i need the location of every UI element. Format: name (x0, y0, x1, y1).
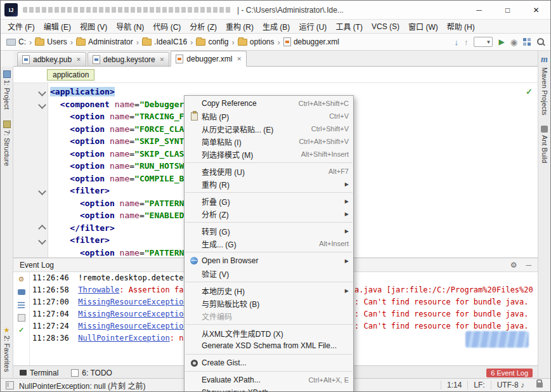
vcs-update-icon[interactable]: ↓ (454, 38, 458, 46)
search-icon[interactable] (536, 37, 545, 46)
context-menu-item[interactable]: 简单粘贴 (I)Ctrl+Alt+Shift+V (185, 135, 353, 148)
fold-marker-icon[interactable] (38, 237, 46, 245)
menubar-item[interactable]: VCS (S) (367, 22, 404, 31)
terminal-toolwindow-button[interactable]: Terminal (20, 369, 58, 377)
exception-link[interactable]: Throwable (78, 285, 119, 294)
fold-marker-icon[interactable] (38, 101, 46, 109)
exception-link[interactable]: MissingResourceException (78, 322, 188, 330)
context-menu-item[interactable]: 折叠 (G)▶ (185, 195, 353, 207)
fold-marker-icon[interactable] (38, 187, 46, 195)
balloon-icon[interactable] (17, 288, 25, 296)
vcs-commit-icon[interactable]: ↑ (464, 38, 469, 46)
todo-toolwindow-button[interactable]: 6: TODO (71, 369, 112, 377)
toolwindow-button-project[interactable]: 1: Project (3, 70, 11, 109)
xml-breadcrumb-chip[interactable]: application (47, 69, 94, 81)
hide-panel-icon[interactable]: ─ (526, 261, 531, 270)
context-menu-item[interactable]: 从XML文件生成DTD (X) (185, 327, 353, 339)
context-menu-item[interactable]: 生成... (G)Alt+Insert (185, 237, 353, 250)
tab-close-icon[interactable]: ✕ (160, 56, 165, 63)
breadcrumb-separator-icon: › (278, 37, 280, 47)
menu-item-label: 分析 (Z) (202, 209, 229, 219)
editor-tab[interactable]: debug.keystore✕ (88, 52, 170, 67)
line-ending-indicator[interactable]: LF: (467, 381, 490, 389)
menu-item-label: 从历史记录粘贴... (E) (202, 124, 273, 134)
toolwindow-button-favorites[interactable]: ★2: Favorites (3, 326, 11, 372)
menu-item-shortcut: Ctrl+V (329, 112, 349, 120)
context-menu-item[interactable]: 从历史记录粘贴... (E)Ctrl+Shift+V (185, 122, 353, 135)
code-text: <filter> (50, 186, 110, 195)
soft-wrap-icon[interactable] (17, 301, 25, 309)
minimize-button[interactable]: ─ (465, 1, 493, 19)
menubar-item[interactable]: 帮助 (H) (443, 21, 479, 32)
menubar-item[interactable]: 窗口 (W) (404, 21, 443, 32)
breadcrumb-item[interactable]: Users (34, 37, 67, 46)
project-structure-icon[interactable] (523, 38, 531, 46)
attach-debugger-icon[interactable]: ◉ (510, 38, 517, 46)
encoding-indicator[interactable]: UTF-8 ♪ (491, 381, 530, 389)
toolwindow-button-ant-build[interactable]: Ant Build (541, 135, 548, 163)
exception-link[interactable]: MissingResourceException (78, 310, 188, 318)
context-menu-item[interactable]: 重构 (R)▶ (185, 178, 353, 190)
tab-close-icon[interactable]: ✕ (237, 56, 242, 62)
toolwindow-button-maven-projects[interactable]: Maven Projects (541, 67, 548, 115)
caret-position[interactable]: 1:14 (441, 381, 467, 389)
settings-gear-icon[interactable]: ⚙ (510, 261, 517, 270)
exception-link[interactable]: MissingResourceException (78, 297, 188, 306)
menubar-item[interactable]: 导航 (N) (112, 21, 148, 32)
clear-log-icon[interactable] (17, 313, 25, 322)
editor-tab[interactable]: adbkey.pub✕ (17, 52, 86, 67)
event-log-badge[interactable]: 6 Event Log (486, 369, 533, 377)
context-menu-item[interactable]: Evaluate XPath...Ctrl+Alt+X, E (185, 374, 353, 386)
context-menu-item[interactable]: Show unique XPath (185, 386, 353, 392)
maximize-button[interactable]: □ (493, 1, 522, 19)
breadcrumb-item[interactable]: Administrator (75, 37, 134, 46)
menu-separator (185, 192, 353, 193)
left-tool-stripe: 1: Project7: Structure ★2: Favorites (1, 67, 13, 378)
breadcrumb-label: Administrator (88, 37, 133, 46)
menubar-item[interactable]: 视图 (V) (75, 21, 112, 32)
tab-close-icon[interactable]: ✕ (76, 56, 81, 63)
context-menu-item[interactable]: 本地历史 (H)▶ (185, 284, 353, 297)
fold-marker-icon[interactable] (38, 225, 46, 233)
menubar-item[interactable]: 重构 (R) (221, 21, 258, 32)
toolwindow-button-structure[interactable]: 7: Structure (3, 121, 11, 166)
breadcrumb-item[interactable]: options (237, 37, 275, 46)
breadcrumb-item[interactable]: .IdeaIC16 (141, 37, 188, 46)
maven-icon: m (541, 55, 548, 65)
context-menu-item[interactable]: Create Gist... (185, 356, 353, 369)
context-menu-item[interactable]: 列选择模式 (M)Alt+Shift+Insert (185, 148, 353, 160)
menubar-item[interactable]: 分析 (Z) (185, 21, 221, 32)
log-settings-icon[interactable]: ⚙ (17, 275, 25, 284)
context-menu-item[interactable]: Copy ReferenceCtrl+Alt+Shift+C (185, 97, 353, 110)
context-menu-item[interactable]: 转到 (G)▶ (185, 225, 353, 237)
context-menu-item[interactable]: 验证 (V) (185, 267, 353, 280)
editor-tab[interactable]: debugger.xml✕ (171, 51, 247, 67)
menubar-item[interactable]: 编辑 (E) (39, 21, 75, 32)
close-button[interactable]: ✕ (522, 1, 550, 19)
breadcrumb-item[interactable]: C: (6, 37, 27, 46)
context-menu-item[interactable]: 查找使用 (U)Alt+F7 (185, 165, 353, 178)
status-message[interactable]: NullPointerException: null (片刻 之前) (19, 380, 145, 391)
context-menu-item[interactable]: 分析 (Z)▶ (185, 207, 353, 220)
mark-read-icon[interactable]: ✓ (17, 326, 25, 334)
menubar-item[interactable]: 生成 (B) (258, 21, 294, 32)
menubar-item[interactable]: 代码 (C) (148, 21, 185, 32)
toolwindow-switcher-icon[interactable] (6, 381, 14, 389)
menubar-item[interactable]: 工具 (T) (331, 21, 367, 32)
run-icon[interactable]: ▶ (498, 37, 504, 46)
submenu-arrow-icon: ▶ (345, 288, 349, 294)
breadcrumb-item[interactable]: debugger.xml (283, 37, 340, 46)
context-menu-item[interactable]: Generate XSD Schema from XML File... (185, 339, 353, 352)
run-configuration-combo[interactable]: ▼ (474, 37, 493, 47)
exception-link[interactable]: NullPointerException (78, 334, 170, 343)
breadcrumb-separator-icon: › (29, 37, 32, 47)
fold-marker-icon[interactable] (38, 88, 46, 96)
context-menu-item[interactable]: Open in Browser▶ (185, 254, 353, 267)
context-menu-item[interactable]: 与剪贴板比较 (B) (185, 297, 353, 310)
menubar-item[interactable]: 运行 (U) (294, 21, 331, 32)
menubar-item[interactable]: 文件 (F) (3, 21, 39, 32)
breadcrumb: C:›Users›Administrator›.IdeaIC16›config›… (6, 37, 340, 47)
menu-item-label: Copy Reference (202, 99, 257, 108)
context-menu-item[interactable]: 粘贴 (P)Ctrl+V (185, 110, 353, 122)
breadcrumb-item[interactable]: config (195, 37, 229, 46)
